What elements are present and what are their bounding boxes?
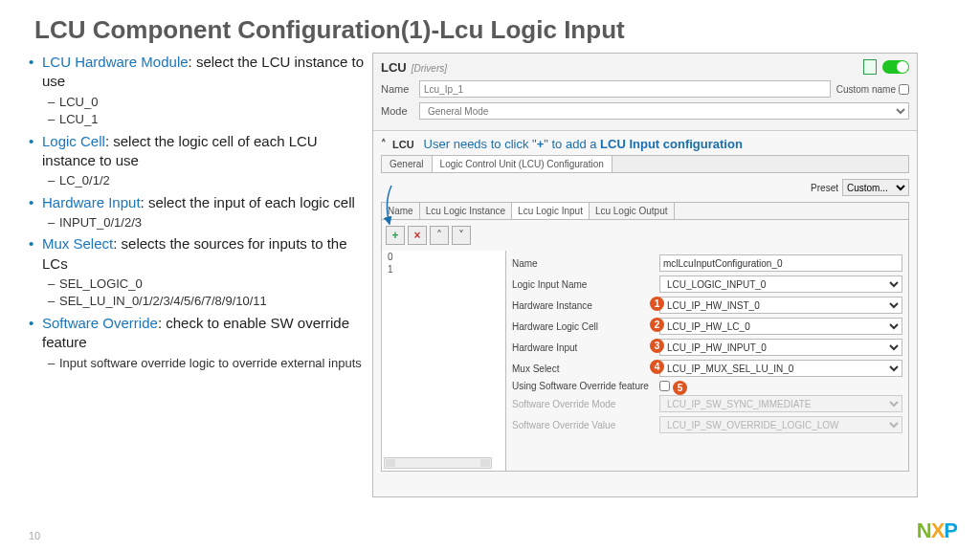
- inner-tab-output[interactable]: Lcu Logic Output: [590, 203, 675, 219]
- outer-tabs: General Logic Control Unit (LCU) Configu…: [381, 155, 909, 173]
- callout-2: 2: [650, 318, 664, 332]
- properties-form: Name Logic Input NameLCU_LOGIC_INPUT_0 1…: [506, 251, 908, 471]
- form-sw-value-select: LCU_IP_SW_OVERRIDE_LOGIC_LOW: [659, 416, 902, 433]
- bullet-hw-module: LCU Hardware Module: select the LCU inst…: [29, 53, 368, 128]
- description-list: LCU Hardware Module: select the LCU inst…: [29, 53, 368, 497]
- form-label-hw-lc: Hardware Logic Cell: [512, 321, 656, 332]
- hint-text: User needs to click "+" to add a LCU Inp…: [424, 137, 743, 151]
- bullet-hw-input: Hardware Input: select the input of each…: [29, 193, 368, 231]
- panel-subtitle: [Drivers]: [412, 63, 447, 74]
- form-hw-instance-select[interactable]: LCU_IP_HW_INST_0: [659, 297, 902, 314]
- name-label: Name: [381, 83, 413, 95]
- tab-config[interactable]: Logic Control Unit (LCU) Configuration: [433, 156, 612, 172]
- bullet-logic-cell: Logic Cell: select the logic cell of eac…: [29, 132, 368, 189]
- list-toolbar: + × ˄ ˅: [381, 220, 909, 251]
- page-number: 10: [29, 530, 40, 541]
- form-label-hw-instance: Hardware Instance: [512, 300, 656, 311]
- form-hw-input-select[interactable]: LCU_IP_HW_INPUT_0: [659, 339, 902, 356]
- form-label-sw-mode: Software Override Mode: [512, 399, 656, 409]
- inner-tabs: Name Lcu Logic Instance Lcu Logic Input …: [381, 202, 909, 220]
- form-sw-mode-select: LCU_IP_SW_SYNC_IMMEDIATE: [659, 395, 902, 412]
- collapse-icon[interactable]: ˄: [381, 138, 387, 150]
- remove-button[interactable]: ×: [408, 226, 427, 245]
- preset-select[interactable]: Custom...: [842, 179, 909, 196]
- form-label-logic-input: Logic Input Name: [512, 279, 656, 290]
- bullet-sw-override: Software Override: check to enable SW ov…: [29, 314, 368, 371]
- list-item[interactable]: 0: [382, 251, 505, 263]
- add-button[interactable]: +: [386, 226, 405, 245]
- horizontal-scrollbar[interactable]: [384, 457, 492, 469]
- form-label-sw-value: Software Override Value: [512, 420, 656, 430]
- panel-title: LCU: [381, 60, 407, 75]
- enable-toggle[interactable]: [882, 60, 909, 74]
- nxp-logo: NXP: [917, 518, 957, 543]
- inner-tab-instance[interactable]: Lcu Logic Instance: [420, 203, 512, 219]
- form-sw-feature-checkbox[interactable]: [659, 381, 670, 391]
- form-label-sw-feature: Using Software Override feature: [512, 381, 656, 391]
- custom-name-checkbox[interactable]: [899, 84, 909, 95]
- form-hw-lc-select[interactable]: LCU_IP_HW_LC_0: [659, 318, 902, 335]
- mode-label: Mode: [381, 105, 413, 117]
- move-down-button[interactable]: ˅: [452, 226, 471, 245]
- callout-5: 5: [673, 381, 687, 395]
- tab-general[interactable]: General: [382, 156, 433, 172]
- form-mux-select[interactable]: LCU_IP_MUX_SEL_LU_IN_0: [659, 360, 902, 377]
- list-item[interactable]: 1: [382, 263, 505, 276]
- move-up-button[interactable]: ˄: [430, 226, 449, 245]
- mode-select[interactable]: General Mode: [419, 102, 909, 120]
- callout-1: 1: [650, 297, 664, 311]
- bullet-mux-select: Mux Select: selects the sources for inpu…: [29, 234, 368, 310]
- inner-tab-name[interactable]: Name: [382, 203, 420, 219]
- callout-4: 4: [650, 360, 664, 374]
- lcu-section-label: LCU: [392, 139, 414, 150]
- inner-tab-input[interactable]: Lcu Logic Input: [512, 203, 590, 219]
- form-logic-input-select[interactable]: LCU_LOGIC_INPUT_0: [659, 276, 902, 293]
- name-input[interactable]: [419, 80, 831, 98]
- form-name-input[interactable]: [659, 254, 902, 272]
- config-panel: LCU [Drivers] Name Custom name Mode Gene…: [372, 53, 918, 497]
- preset-label: Preset: [811, 183, 838, 193]
- page-title: LCU Component Configuration(1)-Lcu Logic…: [0, 0, 980, 45]
- callout-3: 3: [650, 339, 664, 353]
- form-label-name: Name: [512, 258, 656, 269]
- form-label-mux: Mux Select: [512, 364, 656, 374]
- custom-name-label: Custom name: [836, 84, 896, 95]
- document-icon[interactable]: [863, 59, 877, 75]
- item-list[interactable]: 0 1: [382, 251, 506, 471]
- form-label-hw-input: Hardware Input: [512, 342, 656, 353]
